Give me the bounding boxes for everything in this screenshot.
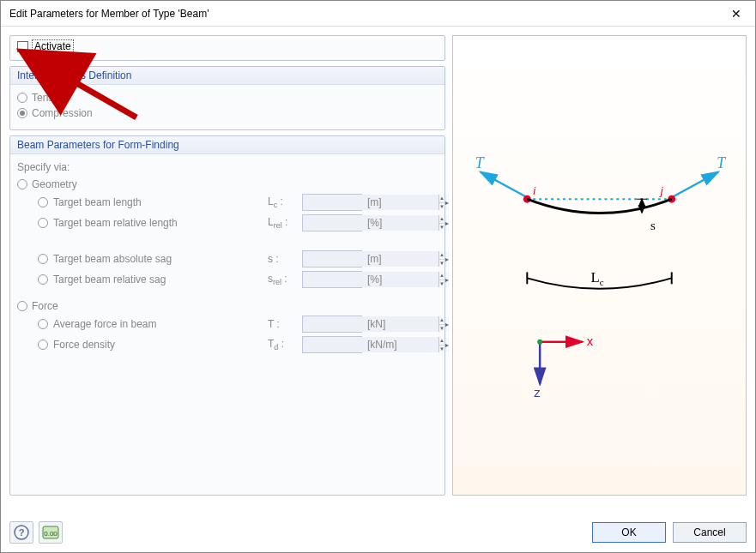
spin-menu-icon: ▸ <box>445 272 449 287</box>
var-target-rel-sag: srel : <box>268 273 302 286</box>
radio-target-rel-length[interactable] <box>38 218 48 228</box>
label-target-abs-sag: Target beam absolute sag <box>53 253 268 265</box>
var-target-abs-sag: s : <box>268 253 302 265</box>
help-button[interactable]: ? <box>9 521 33 544</box>
specify-via-label: Specify via: <box>17 161 438 173</box>
radio-target-length[interactable] <box>38 197 48 207</box>
label-force-density: Force density <box>53 339 268 351</box>
input-avg-force[interactable]: ▲▼ ▸ <box>302 316 362 333</box>
svg-line-1 <box>672 172 718 198</box>
titlebar: Edit Parameters for Member of Type 'Beam… <box>1 1 755 27</box>
unit-target-rel-sag: [%] <box>367 273 382 286</box>
radio-geometry[interactable] <box>17 179 27 189</box>
unit-target-rel-length: [%] <box>367 217 382 229</box>
svg-text:?: ? <box>19 527 25 538</box>
diagram-Lc: Lc <box>591 269 604 287</box>
unit-force-density: [kN/m] <box>367 339 397 351</box>
radio-tension[interactable] <box>17 93 27 103</box>
diagram-s: s <box>650 219 656 232</box>
input-force-density[interactable]: ▲▼ ▸ <box>302 336 362 353</box>
label-target-length: Target beam length <box>53 196 268 208</box>
close-button[interactable]: ✕ <box>717 1 755 26</box>
input-target-length[interactable]: ▲▼ ▸ <box>302 194 362 211</box>
spin-menu-icon: ▸ <box>445 195 449 210</box>
var-force-density: Td : <box>268 338 302 352</box>
label-target-rel-sag: Target beam relative sag <box>53 273 268 286</box>
radio-force[interactable] <box>17 301 27 311</box>
diagram-i: i <box>533 184 536 197</box>
var-target-length: Lc : <box>268 195 302 209</box>
label-force: Force <box>32 300 58 312</box>
svg-line-0 <box>481 172 527 198</box>
units-icon: 0.00 <box>42 526 59 539</box>
unit-avg-force: [kN] <box>367 318 385 330</box>
label-tension: Tension <box>32 92 67 104</box>
diagram-panel: T T i j s <box>452 35 747 496</box>
spin-menu-icon: ▸ <box>445 215 449 231</box>
label-geometry: Geometry <box>32 178 77 190</box>
radio-target-rel-sag[interactable] <box>38 274 48 285</box>
svg-text:0.00: 0.00 <box>44 530 57 538</box>
diagram-z: z <box>534 386 540 400</box>
spin-menu-icon: ▸ <box>445 316 449 332</box>
unit-target-abs-sag: [m] <box>367 253 382 265</box>
spin-menu-icon: ▸ <box>445 251 449 267</box>
internal-forces-panel: Internal Forces Definition Tension Compr… <box>9 66 445 130</box>
spin-menu-icon: ▸ <box>445 337 449 352</box>
radio-avg-force[interactable] <box>38 319 48 329</box>
unit-target-length: [m] <box>367 196 382 208</box>
radio-force-density[interactable] <box>38 340 48 350</box>
activate-checkbox[interactable] <box>17 41 28 52</box>
diagram-T-left: T <box>475 154 485 171</box>
beam-diagram-svg: T T i j s <box>453 36 746 495</box>
activate-panel: Activate <box>9 35 445 61</box>
input-target-rel-sag[interactable]: ▲▼ ▸ <box>302 271 362 288</box>
input-target-rel-length[interactable]: ▲▼ ▸ <box>302 214 362 231</box>
var-target-rel-length: Lrel : <box>268 216 302 230</box>
input-target-abs-sag[interactable]: ▲▼ ▸ <box>302 250 362 267</box>
diagram-x: x <box>587 334 594 348</box>
units-button[interactable]: 0.00 <box>39 521 63 544</box>
beam-params-panel: Beam Parameters for Form-Finding Specify… <box>9 135 445 496</box>
label-avg-force: Average force in beam <box>53 318 268 330</box>
radio-target-abs-sag[interactable] <box>38 254 48 264</box>
diagram-j: j <box>659 184 664 197</box>
window-title: Edit Parameters for Member of Type 'Beam… <box>9 8 209 20</box>
dialog-window: Edit Parameters for Member of Type 'Beam… <box>0 0 756 553</box>
help-icon: ? <box>14 525 29 540</box>
cancel-button[interactable]: Cancel <box>673 522 747 543</box>
label-compression: Compression <box>32 107 93 119</box>
radio-compression[interactable] <box>17 108 27 118</box>
diagram-T-right: T <box>717 154 726 171</box>
var-avg-force: T : <box>268 318 302 330</box>
beam-params-heading: Beam Parameters for Form-Finding <box>10 136 445 154</box>
activate-label[interactable]: Activate <box>32 39 74 53</box>
ok-button[interactable]: OK <box>592 522 666 543</box>
internal-forces-heading: Internal Forces Definition <box>10 67 445 85</box>
svg-point-11 <box>537 340 542 345</box>
label-target-rel-length: Target beam relative length <box>53 217 268 229</box>
